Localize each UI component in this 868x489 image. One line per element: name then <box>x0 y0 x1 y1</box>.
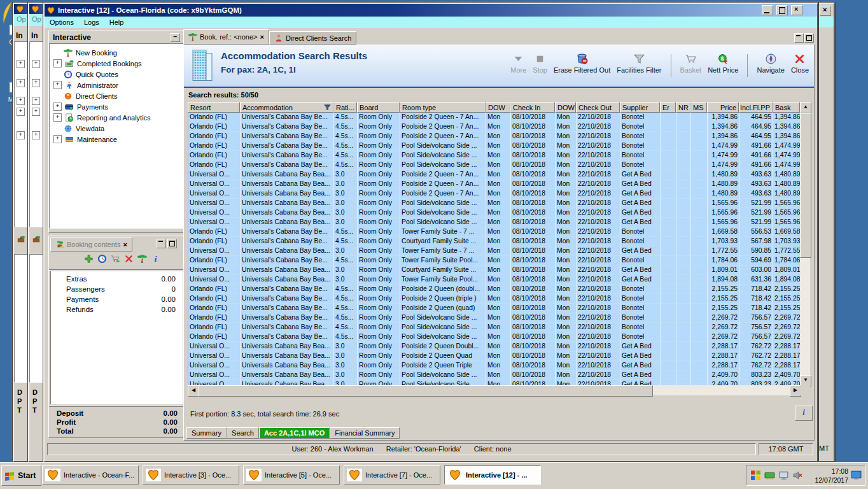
expand-toggle[interactable]: + <box>17 79 25 87</box>
table-row[interactable]: Universal O...Universals Cabana Bay Bea.… <box>188 170 801 180</box>
collapse-panel-button[interactable]: − <box>171 33 180 42</box>
horizontal-scroll-thumb[interactable] <box>199 385 653 397</box>
panel-minimize-button[interactable] <box>157 239 166 248</box>
network-icon[interactable] <box>764 470 775 481</box>
table-row[interactable]: Orlando (FL)Universal's Cabana Bay Be...… <box>188 332 801 342</box>
expand-toggle[interactable]: + <box>32 79 40 87</box>
close-button[interactable]: × <box>820 6 831 16</box>
taskbar-task-interactive-7-oce[interactable]: Interactive [7] - Oce... <box>344 465 440 485</box>
table-row[interactable]: Universal O...Universals Cabana Bay Bea.… <box>188 342 801 351</box>
table-row[interactable]: Universal O...Universals Cabana Bay Bea.… <box>188 351 801 361</box>
booking-toolbar-delete-button[interactable] <box>124 254 134 266</box>
toolbar-navigate-button[interactable]: Navigate <box>757 53 784 74</box>
menu-item-help[interactable]: Help <box>104 17 129 27</box>
table-row[interactable]: Orlando (FL)Universal's Cabana Bay Be...… <box>188 227 801 237</box>
horizontal-scrollbar[interactable]: ◀ ▶ <box>188 385 800 395</box>
expand-toggle[interactable]: + <box>53 113 62 122</box>
expand-toggle[interactable]: + <box>32 60 40 68</box>
booking-toolbar-quote-button[interactable] <box>97 254 107 266</box>
expand-toggle[interactable]: + <box>53 81 62 89</box>
sidebar-item-new-booking[interactable]: New Booking <box>53 47 182 58</box>
column-header-rati[interactable]: Rati... <box>333 102 357 113</box>
table-row[interactable]: Universal O...Universals Cabana Bay Bea.… <box>188 199 801 208</box>
system-icon[interactable] <box>750 470 761 481</box>
expand-toggle[interactable]: + <box>17 108 25 116</box>
expand-toggle[interactable]: + <box>53 103 62 111</box>
column-header-resort[interactable]: Resort <box>188 102 240 113</box>
panel-restore-button[interactable] <box>804 33 814 43</box>
expand-toggle[interactable]: + <box>17 97 25 105</box>
toolbar-nett-price-button[interactable]: $Nett Price <box>708 53 738 74</box>
column-header-er[interactable]: Er <box>660 102 676 113</box>
sidebar-item-completed-bookings[interactable]: +Completed Bookings <box>53 58 182 69</box>
table-row[interactable]: Universal O...Universals Cabana Bay Bea.… <box>188 371 801 380</box>
taskbar-task-interactive-ocean-f[interactable]: Interactive - Ocean-F... <box>42 465 139 485</box>
menu-item-logs[interactable]: Logs <box>79 17 104 27</box>
scroll-left-button[interactable]: ◀ <box>188 385 199 397</box>
expand-toggle[interactable]: + <box>32 131 40 139</box>
column-header-price[interactable]: Price <box>707 102 739 113</box>
table-row[interactable]: Orlando (FL)Universal's Cabana Bay Be...… <box>188 113 801 122</box>
expand-toggle[interactable]: + <box>32 97 40 105</box>
column-header-accommodation[interactable]: Accommodation <box>240 102 333 113</box>
sidebar-item-administrator[interactable]: +Administrator <box>53 80 182 90</box>
table-row[interactable]: Universal O...Universals Cabana Bay Bea.… <box>188 266 801 275</box>
table-row[interactable]: Universal O...Universals Cabana Bay Bea.… <box>188 246 801 256</box>
volume-muted-icon[interactable] <box>792 470 803 481</box>
bottom-tab-acc-2a-1c-1i-mco[interactable]: Acc 2A,1C,1I MCO <box>259 427 330 439</box>
bottom-tab-financial-summary[interactable]: Financial Summary <box>330 427 400 439</box>
table-row[interactable]: Universal O...Universals Cabana Bay Bea.… <box>188 189 801 199</box>
minimize-button[interactable] <box>762 5 773 15</box>
sidebar-item-maintenance[interactable]: +Maintenance <box>53 134 182 145</box>
column-header-room-type[interactable]: Room type <box>400 102 486 113</box>
column-header-bask[interactable]: Bask <box>773 102 800 113</box>
table-row[interactable]: Orlando (FL)Universal's Cabana Bay Be...… <box>188 294 801 304</box>
table-row[interactable]: Orlando (FL)Universal's Cabana Bay Be...… <box>188 285 801 294</box>
sidebar-item-viewdata[interactable]: Viewdata <box>53 123 182 134</box>
start-button[interactable]: Start <box>1 465 41 486</box>
column-header-dow[interactable]: DOW <box>555 102 576 113</box>
sidebar-item-direct-clients[interactable]: Direct Clients <box>53 90 182 101</box>
table-row[interactable]: Orlando (FL)Universal's Cabana Bay Be...… <box>188 132 801 141</box>
toolbar-erase-filtered-out-button[interactable]: Erase Filtered Out <box>554 53 610 74</box>
column-header-dow[interactable]: DOW <box>486 102 510 113</box>
show-desktop-icon[interactable] <box>851 470 862 481</box>
booking-toolbar-holiday-button[interactable] <box>137 254 147 266</box>
booking-toolbar-info-button[interactable]: i <box>151 254 160 266</box>
table-row[interactable]: Universal O...Universals Cabana Bay Bea.… <box>188 218 801 227</box>
tab-direct-clients-search[interactable]: Direct Clients Search <box>269 31 356 45</box>
table-row[interactable]: Orlando (FL)Universal's Cabana Bay Be...… <box>188 122 801 132</box>
close-icon[interactable]: × <box>260 33 264 41</box>
panel-minimize-button[interactable] <box>794 33 804 43</box>
column-header-incl-fl-pp[interactable]: Incl.Fl.PP <box>739 102 773 113</box>
expand-toggle[interactable]: + <box>17 60 25 68</box>
booking-contents-tab[interactable]: Booking contents × <box>50 237 132 252</box>
sidebar-item-payments[interactable]: +$Payments <box>53 101 182 112</box>
table-row[interactable]: Orlando (FL)Universal's Cabana Bay Be...… <box>188 313 801 323</box>
column-header-ms[interactable]: MS <box>690 102 707 113</box>
table-row[interactable]: Orlando (FL)Universal's Cabana Bay Be...… <box>188 151 801 160</box>
scroll-up-button[interactable]: ▲ <box>800 102 811 113</box>
booking-toolbar-add-to-basket-button[interactable] <box>111 254 120 266</box>
column-header-check-out[interactable]: Check Out <box>576 102 620 113</box>
table-row[interactable]: Orlando (FL)Universal's Cabana Bay Be...… <box>188 237 801 246</box>
bottom-tab-summary[interactable]: Summary <box>186 427 227 439</box>
info-button[interactable]: i <box>795 406 813 421</box>
expand-toggle[interactable]: + <box>53 135 62 143</box>
taskbar-task-interactive-12[interactable]: Interactive [12] - ... <box>444 465 541 485</box>
table-row[interactable]: Universal O...Universals Cabana Bay Bea.… <box>188 361 801 371</box>
taskbar-task-interactive-5-oce[interactable]: Interactive [5] - Oce... <box>243 465 340 485</box>
maximize-button[interactable] <box>776 5 788 15</box>
close-button[interactable]: × <box>791 5 802 15</box>
expand-toggle[interactable]: + <box>32 108 40 116</box>
column-header-check-in[interactable]: Check In <box>510 102 555 113</box>
toolbar-close-button[interactable]: Close <box>791 53 809 74</box>
table-row[interactable]: Orlando (FL)Universal's Cabana Bay Be...… <box>188 141 801 151</box>
filter-icon[interactable] <box>324 104 331 111</box>
table-row[interactable]: Universal O...Universals Cabana Bay Bea.… <box>188 275 801 285</box>
sidebar-item-reporting-and-analytics[interactable]: +Reporting and Analytics <box>53 112 182 123</box>
sidebar-item-quick-quotes[interactable]: Quick Quotes <box>53 69 182 80</box>
devices-icon[interactable] <box>778 470 789 481</box>
bottom-tab-search[interactable]: Search <box>227 427 259 439</box>
table-row[interactable]: Orlando (FL)Universal's Cabana Bay Be...… <box>188 256 801 266</box>
